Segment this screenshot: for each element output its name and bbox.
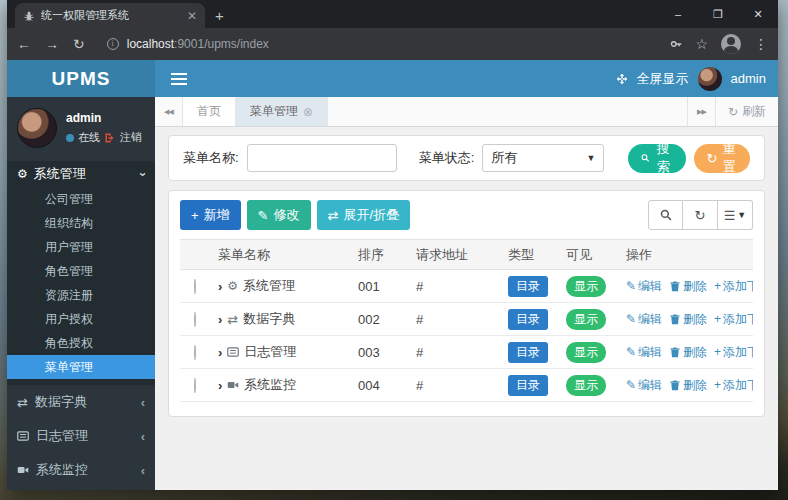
url-host: localhost (127, 37, 174, 51)
sidebar-subitem-user-auth[interactable]: 用户授权 (7, 307, 155, 331)
row-radio[interactable] (194, 345, 196, 360)
table-row: › 日志管理 003 # 目录 显示 ✎编辑 删除 +添加下级... (180, 336, 753, 369)
sidebar-subitem-menu[interactable]: 菜单管理 (7, 355, 155, 379)
row-radio[interactable] (194, 279, 196, 294)
fullscreen-icon[interactable] (616, 73, 628, 85)
expand-chevron-icon[interactable]: › (218, 345, 222, 360)
row-delete-link[interactable]: 删除 (669, 377, 707, 394)
tab-refresh-button[interactable]: ↻刷新 (715, 97, 778, 126)
row-radio[interactable] (194, 378, 196, 393)
sidebar-subitem-role[interactable]: 角色管理 (7, 259, 155, 283)
key-icon[interactable] (670, 38, 682, 50)
sidebar-subitem-user[interactable]: 用户管理 (7, 235, 155, 259)
search-button[interactable]: 搜索 (628, 144, 685, 173)
kebab-menu-icon[interactable]: ⋮ (754, 36, 768, 52)
sidebar-subitem-resource[interactable]: 资源注册 (7, 283, 155, 307)
row-edit-link[interactable]: ✎编辑 (626, 311, 662, 328)
trash-icon (669, 379, 681, 391)
sidebar-subitem-org[interactable]: 组织结构 (7, 211, 155, 235)
row-add-child-link[interactable]: +添加下级... (714, 377, 753, 394)
row-edit-link[interactable]: ✎编辑 (626, 278, 662, 295)
exchange-icon: ⇄ (328, 208, 339, 223)
sidebar-subitem-role-auth[interactable]: 角色授权 (7, 331, 155, 355)
address-bar[interactable]: i localhost:9001/upms/index (99, 37, 657, 51)
table-toolbar: +新增 ✎修改 ⇄展开/折叠 ↻ ☰▼ (180, 200, 753, 230)
row-url: # (412, 378, 504, 393)
bookmark-star-icon[interactable]: ☆ (695, 36, 708, 52)
reset-button[interactable]: ↻ 重置 (694, 144, 750, 173)
minimize-button[interactable]: – (658, 0, 698, 28)
menu-name-label: 菜单名称: (183, 149, 239, 167)
sidebar-item-system-monitor[interactable]: 系统监控 ‹ (7, 453, 155, 487)
sidebar-subitem-company[interactable]: 公司管理 (7, 187, 155, 211)
user-info: admin 在线 注销 (66, 111, 142, 145)
header-username[interactable]: admin (731, 71, 766, 86)
row-order: 003 (354, 345, 412, 360)
row-url: # (412, 279, 504, 294)
row-delete-link[interactable]: 删除 (669, 344, 707, 361)
expand-chevron-icon[interactable]: › (218, 312, 222, 327)
site-info-icon[interactable]: i (107, 38, 119, 50)
tab-close-icon[interactable]: ✕ (187, 9, 197, 23)
browser-profile-avatar[interactable] (721, 34, 741, 54)
logout-link[interactable]: 注销 (120, 130, 142, 145)
sidebar-item-data-dict[interactable]: ⇄ 数据字典 ‹ (7, 385, 155, 419)
row-add-child-link[interactable]: +添加下级... (714, 278, 753, 295)
hamburger-icon[interactable] (171, 78, 187, 80)
row-add-child-link[interactable]: +添加下级... (714, 344, 753, 361)
expand-collapse-button[interactable]: ⇄展开/折叠 (317, 200, 411, 230)
col-type: 类型 (504, 246, 562, 264)
tabs-scroll-left-icon[interactable]: ◀◀ (155, 97, 183, 126)
menu-name-input[interactable] (247, 144, 397, 172)
tab-close-circle-icon[interactable]: ⊗ (303, 105, 313, 119)
table-header: 菜单名称 排序 请求地址 类型 可见 操作 (180, 239, 753, 270)
reset-icon: ↻ (707, 151, 718, 166)
sidebar-item-system-management[interactable]: ⚙ 系统管理 › (7, 161, 155, 187)
visible-badge: 显示 (566, 342, 606, 363)
row-radio[interactable] (194, 312, 196, 327)
tab-home[interactable]: 首页 (183, 97, 236, 126)
table-refresh-button[interactable]: ↻ (683, 200, 718, 230)
app-logo[interactable]: UPMS (7, 60, 155, 97)
menu-status-select[interactable]: 所有 ▼ (482, 144, 604, 172)
add-button[interactable]: +新增 (180, 200, 241, 230)
new-tab-button[interactable]: + (215, 7, 224, 24)
close-button[interactable]: ✕ (738, 0, 778, 28)
toolbar-right: ☆ ⋮ (670, 34, 768, 54)
row-edit-link[interactable]: ✎编辑 (626, 377, 662, 394)
browser-tabstrip: 统一权限管理系统 ✕ + – ❐ ✕ (7, 0, 778, 28)
forward-icon[interactable]: → (45, 36, 59, 52)
expand-chevron-icon[interactable]: › (218, 378, 222, 393)
reload-icon[interactable]: ↻ (73, 36, 85, 52)
type-badge: 目录 (508, 309, 548, 330)
browser-toolbar: ← → ↻ i localhost:9001/upms/index ☆ ⋮ (7, 28, 778, 60)
maximize-button[interactable]: ❐ (698, 0, 738, 28)
online-status-dot-icon (66, 134, 74, 142)
table-panel: +新增 ✎修改 ⇄展开/折叠 ↻ ☰▼ 菜单名称 排序 (168, 190, 765, 417)
tab-menu-management[interactable]: 菜单管理 ⊗ (236, 97, 328, 126)
table-row: › 系统监控 004 # 目录 显示 ✎编辑 删除 +添加下级... (180, 369, 753, 402)
header-avatar[interactable] (698, 67, 722, 91)
visible-badge: 显示 (566, 309, 606, 330)
browser-tab[interactable]: 统一权限管理系统 ✕ (15, 3, 205, 28)
table-columns-button[interactable]: ☰▼ (718, 200, 753, 230)
table-search-button[interactable] (648, 200, 683, 230)
sidebar-item-log-management[interactable]: 日志管理 ‹ (7, 419, 155, 453)
visible-badge: 显示 (566, 375, 606, 396)
fullscreen-label[interactable]: 全屏显示 (637, 70, 689, 88)
expand-chevron-icon[interactable]: › (218, 279, 222, 294)
row-delete-link[interactable]: 删除 (669, 278, 707, 295)
trash-icon (669, 313, 681, 325)
row-add-child-link[interactable]: +添加下级... (714, 311, 753, 328)
tabs-scroll-right-icon[interactable]: ▶▶ (687, 97, 715, 126)
row-edit-link[interactable]: ✎编辑 (626, 344, 662, 361)
back-icon[interactable]: ← (17, 36, 31, 52)
chevron-left-icon: ‹ (141, 463, 145, 478)
sign-out-icon[interactable] (104, 132, 116, 144)
row-delete-link[interactable]: 删除 (669, 311, 707, 328)
plus-icon: + (714, 312, 721, 326)
edit-button[interactable]: ✎修改 (247, 200, 311, 230)
browser-window: 统一权限管理系统 ✕ + – ❐ ✕ ← → ↻ i localhost:900… (7, 0, 778, 490)
window-controls: – ❐ ✕ (658, 0, 778, 28)
row-url: # (412, 345, 504, 360)
